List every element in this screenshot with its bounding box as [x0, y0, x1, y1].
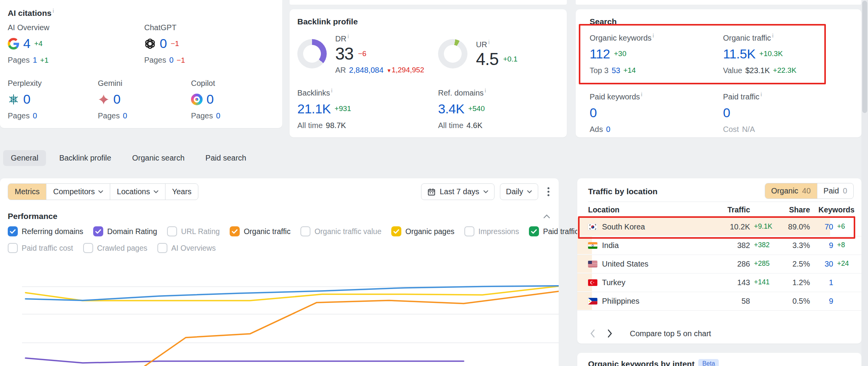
pages-value[interactable]: 0 [33, 111, 37, 120]
segment-years[interactable]: Years [165, 184, 198, 200]
gemini-icon [98, 94, 109, 105]
cost-value: N/A [742, 125, 755, 134]
traffic-delta: +285 [750, 260, 777, 269]
checkbox-impressions[interactable]: Impressions [464, 226, 519, 236]
toggle-organic[interactable]: Organic40 [765, 183, 817, 198]
table-row-turkey[interactable]: Turkey 143+141 1.2% 1 [577, 274, 861, 292]
keywords-delta [833, 278, 854, 287]
checkbox-paid-traffic[interactable]: Paid traffic [529, 226, 578, 236]
paid-traffic-metric: Paid traffici 0 CostN/A [723, 91, 762, 134]
metric-label: Paid traffici [723, 91, 762, 101]
metric-value[interactable]: 11.5K [723, 46, 755, 62]
next-page-button[interactable] [607, 329, 613, 338]
pages-value[interactable]: 1 [33, 56, 37, 65]
ads-value[interactable]: 0 [606, 125, 610, 134]
alltime-label: All time [297, 121, 323, 130]
granularity-button[interactable]: Daily [500, 183, 538, 200]
metric-value[interactable]: 3.4K [438, 101, 464, 116]
metric-value[interactable]: 0 [723, 105, 730, 120]
info-icon[interactable]: i [485, 87, 486, 94]
info-icon[interactable]: i [348, 33, 349, 39]
location-name[interactable]: United States [602, 260, 648, 269]
metric-value[interactable]: 21.1K [297, 101, 331, 116]
metric-value[interactable]: 0 [113, 92, 120, 107]
chevron-down-icon [98, 190, 103, 193]
ar-value[interactable]: 2,848,084 [349, 66, 384, 75]
keywords-value[interactable]: 1 [810, 278, 833, 287]
table-row-india[interactable]: India 382+382 3.3% 9+8 [577, 236, 861, 255]
metric-value[interactable]: 0 [590, 105, 597, 120]
metric-value[interactable]: 0 [206, 92, 213, 107]
info-icon[interactable]: i [488, 39, 489, 45]
date-range-button[interactable]: Last 7 days [421, 183, 494, 200]
metric-value[interactable]: 0 [160, 36, 167, 51]
info-icon[interactable]: i [653, 32, 654, 39]
checkbox-ai-overviews[interactable]: AI Overviews [157, 243, 216, 253]
checkbox-organic-traffic[interactable]: Organic traffic [230, 226, 290, 236]
traffic-value: 143 [715, 278, 750, 287]
segment-competitors[interactable]: Competitors [46, 184, 110, 200]
checkbox-organic-traffic-value[interactable]: Organic traffic value [300, 226, 381, 236]
location-name[interactable]: Turkey [602, 278, 625, 287]
tab-general[interactable]: General [3, 150, 46, 166]
checkbox-icon [529, 226, 539, 236]
metric-value[interactable]: 4 [23, 36, 30, 51]
url-rating-block: URi 4.5 +0.1 [438, 33, 518, 75]
checkbox-organic-pages[interactable]: Organic pages [391, 226, 454, 236]
dr-delta: −6 [358, 50, 367, 58]
prev-page-button[interactable] [590, 329, 595, 338]
table-row-south-korea[interactable]: South Korea 10.2K+9.1K 89.0% 70+6 [577, 218, 861, 236]
location-table: South Korea 10.2K+9.1K 89.0% 70+6 India … [577, 218, 861, 311]
table-row-united-states[interactable]: United States 286+285 2.5% 30+24 [577, 255, 861, 274]
info-icon[interactable]: i [772, 32, 773, 39]
metric-delta: +30 [614, 50, 626, 58]
segment-metrics[interactable]: Metrics [8, 184, 46, 200]
table-row-philippines[interactable]: Philippines 58 0.5% 9 [577, 292, 861, 311]
tab-paid-search[interactable]: Paid search [198, 150, 254, 166]
tab-backlink-profile[interactable]: Backlink profile [51, 150, 119, 166]
traffic-by-location-card: Traffic by location Organic40 Paid0 Loca… [577, 178, 861, 344]
checkbox-domain-rating[interactable]: Domain Rating [93, 226, 157, 236]
tab-organic-search[interactable]: Organic search [124, 150, 193, 166]
more-options-button[interactable] [544, 184, 553, 199]
pages-value[interactable]: 0 [169, 56, 174, 65]
metric-label: Ref. domainsi [438, 87, 486, 97]
performance-line-chart[interactable] [0, 263, 559, 366]
chart-line-organic-pages [26, 286, 559, 301]
column-traffic: Traffic [715, 205, 777, 214]
toggle-paid[interactable]: Paid0 [817, 183, 853, 198]
metric-label: Organic traffici [723, 32, 796, 43]
performance-card: Metrics Competitors Locations Years Last… [0, 178, 559, 366]
pages-value[interactable]: 0 [216, 111, 220, 120]
top3-label: Top 3 [590, 66, 609, 75]
keywords-value[interactable]: 9 [810, 241, 833, 250]
top3-value[interactable]: 53 [612, 66, 620, 75]
checkbox-paid-traffic-cost[interactable]: Paid traffic cost [8, 243, 73, 253]
segment-locations[interactable]: Locations [110, 184, 165, 200]
granularity-value: Daily [506, 187, 523, 196]
metric-value[interactable]: 112 [590, 46, 610, 62]
location-name[interactable]: India [602, 241, 619, 250]
checkbox-crawled-pages[interactable]: Crawled pages [83, 243, 147, 253]
share-value: 89.0% [777, 222, 810, 231]
chevron-down-icon [483, 190, 488, 193]
checkbox-referring-domains[interactable]: Referring domains [8, 226, 83, 236]
checkbox-url-rating[interactable]: URL Rating [167, 226, 220, 236]
location-name[interactable]: South Korea [602, 222, 645, 231]
ai-overview-metric: AI Overview 4 +4 Pages1+1 [8, 23, 144, 65]
view-segmented-control: Metrics Competitors Locations Years [8, 183, 198, 200]
divider [588, 202, 851, 202]
keywords-value[interactable]: 70 [810, 222, 833, 231]
info-icon[interactable]: i [761, 91, 762, 97]
info-icon[interactable]: i [53, 8, 54, 14]
keywords-value[interactable]: 9 [810, 297, 833, 306]
keywords-value[interactable]: 30 [810, 260, 833, 269]
pages-value[interactable]: 0 [123, 111, 127, 120]
scrollbar-thumb[interactable] [862, 1, 867, 113]
location-name[interactable]: Philippines [602, 297, 639, 306]
metric-value[interactable]: 0 [23, 92, 30, 107]
info-icon[interactable]: i [331, 87, 332, 94]
compare-top5-link[interactable]: Compare top 5 on chart [630, 329, 711, 338]
collapse-section-button[interactable] [543, 213, 550, 220]
info-icon[interactable]: i [641, 91, 642, 97]
